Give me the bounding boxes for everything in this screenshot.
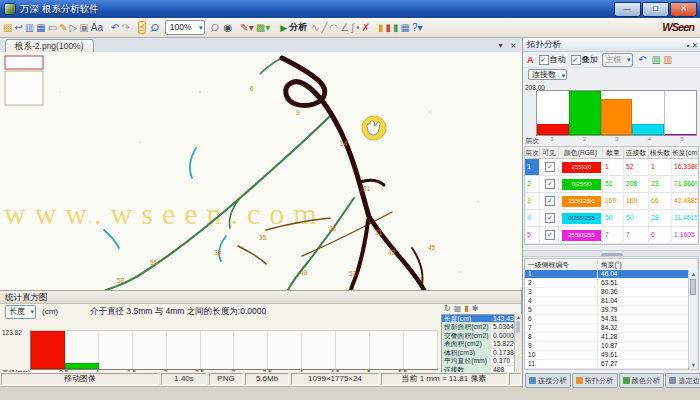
table-row[interactable]: 交叠面积(cm2) 0.0000 (442, 332, 521, 340)
region-select-icon[interactable]: ▩▾ (256, 22, 270, 33)
scroll-thumb[interactable] (690, 279, 696, 295)
table-row[interactable]: 9 10.87 (525, 342, 689, 351)
table-row[interactable]: 7 84.32 (525, 324, 689, 333)
maximize-button[interactable]: □ (642, 2, 669, 17)
visible-checkbox[interactable]: ✓ (545, 162, 555, 172)
close-button[interactable]: ✕ (670, 2, 697, 17)
column-header[interactable]: 连接数 (624, 147, 649, 158)
print-icon[interactable]: ▭ (48, 22, 57, 33)
table-row[interactable]: 长度(cm) 143.436 (442, 315, 521, 323)
snapshot-icon[interactable]: ▦ (454, 304, 462, 314)
level-cell[interactable]: 5 (525, 227, 540, 243)
panel-splitter[interactable] (523, 250, 700, 257)
bar-chart-icon[interactable]: ▥ (663, 54, 672, 65)
copy-icon[interactable]: ▣ (79, 22, 88, 33)
visible-checkbox[interactable]: ✓ (545, 230, 555, 240)
scroll-thumb[interactable] (516, 321, 520, 333)
save-icon[interactable]: ▥ (25, 22, 34, 33)
table-row[interactable]: 8 41.28 (525, 333, 689, 342)
analysis-tab[interactable]: 拓扑分析 (572, 373, 618, 388)
table-row[interactable]: 1 ✓ 255|0|0 1 52 1 16.3388 (525, 159, 698, 176)
export-icon[interactable]: ▷ (70, 22, 78, 33)
draw-curve-icon[interactable]: ∫ (351, 22, 354, 33)
level-cell[interactable]: 3 (525, 193, 540, 209)
chart-metric-combo[interactable]: 连接数 ▾ (528, 69, 567, 80)
marker-pen-icon[interactable]: ✎▾ (240, 22, 253, 33)
scrollbar[interactable]: ▲ ▼ (688, 270, 698, 369)
column-header[interactable]: 角度(°) (598, 259, 698, 270)
level-cell[interactable]: 2 (525, 176, 540, 192)
help-icon[interactable]: ?▾ (412, 22, 423, 33)
image-canvas[interactable]: www.wseen.com (0, 52, 523, 290)
table-row[interactable]: 2 ✓ 0|255|0 51 208 23 71.8669 (525, 176, 698, 193)
auto-checkbox[interactable]: ✓ (539, 55, 549, 65)
table-row[interactable]: 5 ✓ 255|0|255 7 7 6 1.1605 (525, 227, 698, 244)
export-chart-icon[interactable]: ▥ (652, 54, 661, 65)
edit-pencil-icon[interactable]: ✎ (59, 22, 67, 33)
visible-checkbox[interactable]: ✓ (545, 196, 555, 206)
visible-checkbox[interactable]: ✓ (545, 179, 555, 189)
draw-line-icon[interactable]: ╱ (322, 22, 328, 33)
redo-icon[interactable]: ↷ (121, 22, 129, 33)
table-row[interactable]: 3 80.36 (525, 288, 689, 297)
overlay-checkbox[interactable]: ✓ (571, 55, 581, 65)
scroll-up-icon[interactable]: ▲ (691, 271, 696, 277)
table-row[interactable]: 1 46.04 (525, 270, 689, 279)
table-row[interactable]: 4 81.04 (525, 297, 689, 306)
chart-red-icon[interactable]: ▮ (385, 22, 391, 33)
column-header[interactable]: 颜色(RGB) (559, 147, 603, 158)
scrollbar[interactable]: ▲ (514, 314, 522, 375)
refresh-icon[interactable]: ↻ (444, 304, 451, 314)
analysis-tab[interactable]: 选定边信息 (665, 373, 700, 388)
pin-icon[interactable]: ▪ (687, 41, 690, 50)
table-row[interactable]: 10 49.61 (525, 351, 689, 360)
table-row[interactable]: 4 ✓ 0|255|255 50 50 28 11.4615 (525, 210, 698, 227)
chart-grid-icon[interactable]: ▦ (400, 22, 409, 33)
navigator-box[interactable] (5, 56, 43, 69)
column-header[interactable]: 一级侧根编号 (525, 259, 598, 270)
save-as-icon[interactable]: ▦ (36, 22, 45, 33)
minimize-button[interactable]: — (614, 2, 641, 17)
column-header[interactable]: 层次 (525, 147, 540, 158)
column-header[interactable]: 数量 (603, 147, 624, 158)
undo-icon[interactable]: ↶ (111, 22, 119, 33)
level-cell[interactable]: 4 (525, 210, 540, 226)
view-eye-icon[interactable]: ◉ (224, 22, 233, 33)
chart-gold-icon[interactable]: ▮ (378, 22, 384, 33)
analysis-tab[interactable]: 连接分析 (525, 373, 571, 388)
font-icon[interactable]: A (527, 55, 534, 65)
revert-icon[interactable]: ↩ (14, 22, 22, 33)
close-document-icon[interactable]: ✕ (508, 40, 519, 51)
table-row[interactable]: 体积(cm3) 0.1738 (442, 349, 521, 357)
draw-wave-icon[interactable]: ∿ (311, 22, 319, 33)
open-folder-icon[interactable]: ▨ (3, 22, 12, 33)
column-header[interactable]: 根头数 (649, 147, 672, 158)
visible-checkbox[interactable]: ✓ (545, 213, 555, 223)
table-row[interactable]: 5 39.79 (525, 306, 689, 315)
tab-list-icon[interactable]: ▼ (495, 40, 506, 51)
root-type-combo[interactable]: 主根 ▾ (602, 53, 633, 67)
table-row[interactable]: 6 54.31 (525, 315, 689, 324)
draw-point-icon[interactable]: • (356, 22, 360, 33)
erase-icon[interactable]: ✗ (362, 22, 370, 33)
settings-gear-icon[interactable]: ✱ (472, 304, 479, 314)
table-row[interactable]: 表面积(cm2) 15.8225 (442, 340, 521, 348)
draw-angle-icon[interactable]: ∠ (340, 22, 349, 33)
column-header[interactable]: 长度(cm) (672, 147, 698, 158)
text-icon[interactable]: Aa (91, 22, 103, 33)
analyze-button[interactable]: ▶ 分析 (280, 21, 307, 34)
chart-icon[interactable]: ▮ (464, 304, 468, 314)
scroll-down-icon[interactable]: ▼ (689, 361, 698, 369)
metric-combo[interactable]: 长度 ▾ (5, 305, 36, 319)
document-tab[interactable]: 根系-2.png(100%) (5, 39, 94, 52)
column-header[interactable]: 可见 (540, 147, 559, 158)
table-row[interactable]: 3 ✓ 255|128|0 169 169 66 42.4885 (525, 193, 698, 210)
analysis-tab[interactable]: 颜色分析 (619, 373, 665, 388)
chart-green-icon[interactable]: ▮ (393, 22, 399, 33)
navigator-preview[interactable] (5, 71, 43, 105)
zoom-in-icon[interactable]: Ϙ (145, 17, 166, 38)
scroll-up-icon[interactable]: ▲ (516, 314, 521, 320)
table-row[interactable]: 11 67.27 (525, 360, 689, 369)
level-cell[interactable]: 1 (525, 159, 540, 175)
draw-arc-icon[interactable]: ◠ (330, 22, 339, 33)
